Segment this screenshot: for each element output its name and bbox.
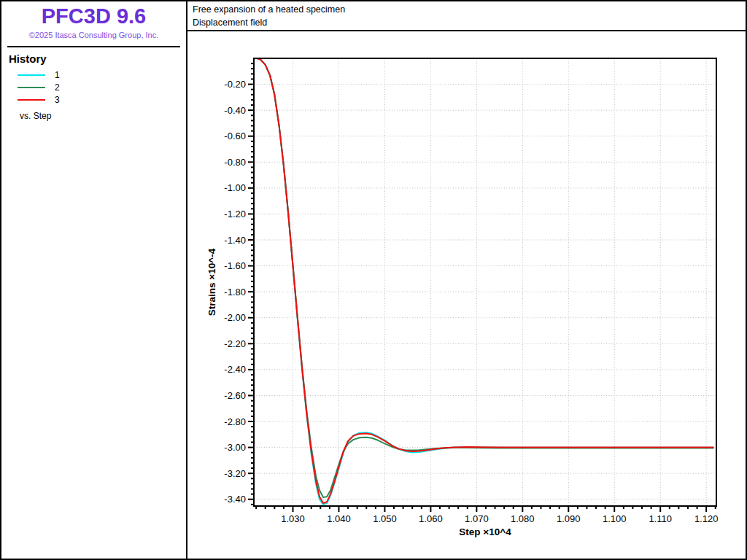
y-tick-label: -0.60: [224, 131, 246, 141]
x-tick-labels: 1.0301.0401.0501.0601.0701.0801.0901.100…: [281, 513, 718, 524]
y-tick-label: -2.60: [224, 390, 246, 401]
sidebar: PFC3D 9.6 ©2025 Itasca Consulting Group,…: [1, 1, 187, 559]
x-tick-label: 1.060: [419, 513, 443, 524]
legend-line-swatch: [18, 99, 45, 101]
series-line-2: [257, 58, 713, 497]
y-tick-label: -0.80: [224, 157, 246, 168]
y-tick-label: -3.20: [224, 468, 246, 479]
legend-item-label: 3: [55, 95, 60, 105]
x-tick-label: 1.090: [557, 513, 581, 524]
app-window: PFC3D 9.6 ©2025 Itasca Consulting Group,…: [0, 0, 747, 560]
legend-item-label: 2: [55, 82, 60, 93]
vs-step-label: vs. Step: [20, 111, 186, 121]
legend-item-label: 1: [55, 70, 60, 80]
y-tick-label: -0.20: [224, 79, 246, 90]
x-tick-label: 1.120: [694, 513, 719, 524]
legend-item-2: 2: [18, 81, 186, 93]
x-tick-label: 1.050: [373, 513, 397, 524]
y-tick-label: -1.00: [224, 182, 246, 193]
y-tick-label: -1.80: [224, 287, 246, 298]
y-tick-label: -2.20: [224, 338, 246, 349]
app-title: PFC3D 9.6: [1, 4, 186, 28]
y-tick-label: -1.60: [224, 260, 246, 271]
plot-border: [254, 58, 716, 506]
plot-title: Free expansion of a heated specimen Disp…: [187, 1, 746, 31]
plot-panel: Free expansion of a heated specimen Disp…: [187, 1, 746, 559]
x-tick-label: 1.040: [327, 513, 351, 524]
copyright-text: ©2025 Itasca Consulting Group, Inc.: [1, 31, 186, 39]
series-line-3: [257, 58, 713, 503]
history-legend: 123: [1, 69, 186, 106]
legend-item-3: 3: [18, 93, 186, 106]
axis-ticks: [248, 63, 716, 512]
y-tick-label: -3.40: [224, 494, 246, 505]
y-tick-label: -2.80: [224, 416, 246, 427]
y-tick-label: -3.00: [224, 442, 246, 453]
y-tick-labels: -0.20-0.40-0.60-0.80-1.00-1.20-1.40-1.60…: [224, 79, 246, 505]
plot-title-line1: Free expansion of a heated specimen: [193, 4, 746, 17]
x-tick-label: 1.030: [281, 513, 305, 524]
y-tick-label: -1.20: [224, 209, 246, 219]
legend-item-1: 1: [18, 69, 186, 81]
x-tick-label: 1.100: [603, 513, 627, 524]
series-line-1: [257, 58, 713, 505]
x-tick-label: 1.070: [465, 513, 489, 524]
y-tick-label: -1.40: [224, 235, 246, 246]
sidebar-divider: [7, 46, 180, 47]
x-tick-label: 1.110: [649, 513, 672, 524]
y-tick-label: -2.40: [224, 364, 246, 375]
grid-lines: [254, 58, 716, 506]
plot-title-line2: Displacement field: [193, 17, 746, 30]
y-axis-title: Strains ×10^-4: [206, 248, 217, 316]
legend-line-swatch: [18, 87, 45, 88]
series-lines: [257, 58, 713, 505]
x-tick-label: 1.080: [511, 513, 535, 524]
legend-line-swatch: [18, 74, 45, 76]
x-axis-title: Step ×10^4: [459, 526, 511, 537]
chart-canvas[interactable]: 1.0301.0401.0501.0601.0701.0801.0901.100…: [187, 33, 746, 559]
y-tick-label: -2.00: [224, 312, 246, 323]
y-tick-label: -0.40: [224, 105, 246, 116]
history-section-title: History: [9, 52, 186, 65]
